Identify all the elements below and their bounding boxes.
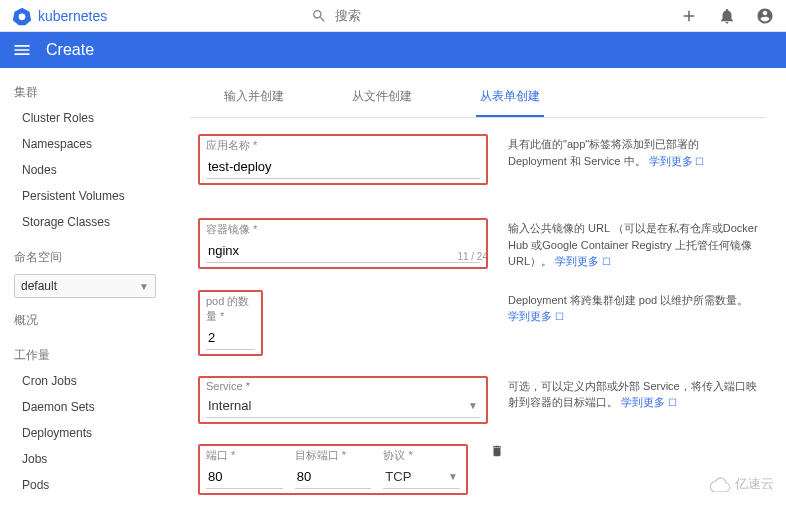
bell-icon[interactable] — [718, 7, 736, 25]
logo: kubernetes — [12, 6, 107, 26]
tab-form-create[interactable]: 从表单创建 — [476, 80, 544, 117]
image-label: 容器镜像 * — [206, 222, 480, 237]
search-input[interactable] — [335, 8, 535, 23]
watermark: 亿速云 — [707, 475, 774, 493]
namespace-selected: default — [21, 279, 57, 293]
app-name-field: 应用名称 * — [198, 134, 488, 185]
service-value: Internal — [208, 398, 251, 413]
target-port-label: 目标端口 * — [295, 448, 372, 463]
delete-icon[interactable] — [488, 444, 506, 462]
app-name-label: 应用名称 * — [206, 138, 480, 153]
chevron-down-icon: ▼ — [468, 400, 478, 411]
add-icon[interactable] — [680, 7, 698, 25]
port-input[interactable] — [206, 465, 283, 489]
pods-field: pod 的数量 * — [198, 290, 263, 356]
page-title: Create — [46, 41, 94, 59]
service-learn-more[interactable]: 学到更多 — [621, 396, 677, 408]
sidebar-heading-cluster: 集群 — [0, 80, 170, 105]
pods-label: pod 的数量 * — [206, 294, 255, 324]
pods-learn-more[interactable]: 学到更多 — [508, 310, 564, 322]
brand-text: kubernetes — [38, 8, 107, 24]
svg-point-1 — [19, 13, 26, 20]
image-learn-more[interactable]: 学到更多 — [555, 255, 611, 267]
tab-input-create[interactable]: 输入并创建 — [220, 80, 288, 117]
sidebar-item-namespaces[interactable]: Namespaces — [0, 131, 170, 157]
port-row-1: 端口 * 目标端口 * 协议 * TCP ▼ — [198, 444, 468, 495]
service-select[interactable]: Internal ▼ — [206, 394, 480, 418]
sidebar-item-cron-jobs[interactable]: Cron Jobs — [0, 368, 170, 394]
sidebar-item-pods[interactable]: Pods — [0, 472, 170, 498]
sidebar-heading-workload: 工作量 — [0, 343, 170, 368]
search-box[interactable] — [311, 8, 535, 24]
service-label: Service * — [206, 380, 480, 392]
target-port-input[interactable] — [295, 465, 372, 489]
sidebar-item-daemon-sets[interactable]: Daemon Sets — [0, 394, 170, 420]
chevron-down-icon: ▼ — [448, 471, 458, 482]
kubernetes-logo-icon — [12, 6, 32, 26]
port-label: 端口 * — [206, 448, 283, 463]
app-name-learn-more[interactable]: 学到更多 — [649, 155, 705, 167]
sidebar-item-replica-sets[interactable]: Replica Sets — [0, 498, 170, 505]
chevron-down-icon: ▼ — [139, 281, 149, 292]
sidebar-item-storage-classes[interactable]: Storage Classes — [0, 209, 170, 235]
tabs: 输入并创建 从文件创建 从表单创建 — [190, 68, 766, 118]
sidebar-heading-namespace: 命名空间 — [0, 245, 170, 270]
tab-file-create[interactable]: 从文件创建 — [348, 80, 416, 117]
sidebar-item-persistent-volumes[interactable]: Persistent Volumes — [0, 183, 170, 209]
proto-select[interactable]: TCP ▼ — [383, 465, 460, 489]
namespace-selector[interactable]: default ▼ — [14, 274, 156, 298]
sidebar-heading-overview[interactable]: 概况 — [0, 308, 170, 333]
app-name-input[interactable] — [206, 155, 480, 179]
search-icon — [311, 8, 327, 24]
image-help: 输入公共镜像的 URL （可以是在私有仓库或Docker Hub 或Google… — [508, 222, 758, 267]
image-field: 容器镜像 * — [198, 218, 488, 269]
menu-icon[interactable] — [12, 40, 32, 60]
proto-label: 协议 * — [383, 448, 460, 463]
sidebar-item-nodes[interactable]: Nodes — [0, 157, 170, 183]
proto-value: TCP — [385, 469, 411, 484]
sidebar: 集群 Cluster Roles Namespaces Nodes Persis… — [0, 68, 170, 505]
sidebar-item-jobs[interactable]: Jobs — [0, 446, 170, 472]
pods-help: Deployment 将跨集群创建 pod 以维护所需数量。 — [508, 294, 748, 306]
service-field: Service * Internal ▼ — [198, 376, 488, 424]
pods-input[interactable] — [206, 326, 255, 350]
sidebar-item-deployments[interactable]: Deployments — [0, 420, 170, 446]
user-icon[interactable] — [756, 7, 774, 25]
cloud-icon — [707, 476, 731, 492]
sidebar-item-cluster-roles[interactable]: Cluster Roles — [0, 105, 170, 131]
image-input[interactable] — [206, 239, 480, 263]
